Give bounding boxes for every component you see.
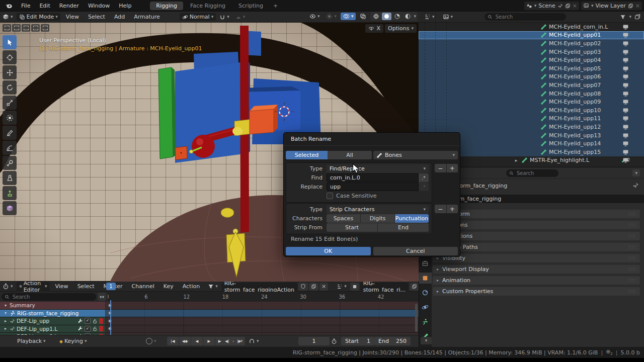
keyframe-band[interactable] — [105, 302, 419, 309]
linked-action-datablock[interactable]: RIG-storm_face_ri... — [360, 283, 409, 291]
auto-keying-toggle[interactable]: ▾ — [146, 337, 156, 345]
drag-grip-icon[interactable]: :::: — [628, 223, 636, 227]
modifier-wrench-icon[interactable] — [77, 326, 83, 331]
characters-option[interactable]: Spaces — [327, 214, 360, 223]
workspace-tab[interactable]: Scripting — [232, 2, 269, 10]
slot-selector[interactable]: ▾ — [334, 283, 349, 290]
monitor-visibility-icon[interactable] — [622, 124, 629, 130]
outliner-search[interactable] — [485, 13, 566, 21]
view-layer-selector[interactable]: ▾ View Layer × — [581, 2, 642, 10]
drag-grip-icon[interactable]: :::: — [628, 278, 636, 283]
keying-set-chevron[interactable]: ▾ — [240, 337, 243, 345]
transport-button[interactable]: ▶ — [203, 337, 215, 345]
properties-panel-header[interactable]: ▸ Custom Properties :::: — [433, 287, 640, 296]
fake-user-button[interactable] — [298, 283, 308, 291]
modifier-wrench-icon[interactable] — [77, 318, 83, 324]
outliner-row[interactable]: MCH-Eyelid_upp11 — [419, 115, 644, 123]
outliner-row[interactable]: MCH-Eyelid_upp07 — [419, 81, 644, 89]
dopesheet-menu[interactable]: Channel — [127, 282, 159, 291]
find-input[interactable] — [327, 174, 418, 181]
options-dropdown[interactable]: Options ▾ — [385, 24, 417, 33]
lock-icon[interactable] — [92, 326, 98, 331]
object-name-field[interactable]: RIG-storm_face_rigging — [433, 195, 644, 203]
editor-type-button[interactable]: ▾ — [0, 13, 16, 21]
channel-row[interactable]: ▾ Summary ✓ — [0, 302, 419, 310]
outliner-row[interactable]: MCH-Eyelid_upp06 — [419, 73, 644, 81]
monitor-visibility-icon[interactable] — [622, 90, 629, 97]
outliner-row[interactable]: MCH-Eyelid_upp01 — [419, 31, 644, 40]
monitor-visibility-icon[interactable] — [622, 57, 629, 63]
mode-selector[interactable]: Edit Mode ▾ — [17, 13, 60, 21]
loop-toggle[interactable]: ▾ — [249, 337, 259, 345]
use-preview-range-toggle[interactable] — [331, 337, 337, 345]
outliner-filter-image[interactable]: ▾ — [440, 13, 456, 21]
copy-action-button[interactable] — [309, 283, 318, 291]
add-operation-button[interactable]: + — [447, 205, 458, 213]
monitor-visibility-icon[interactable] — [622, 99, 629, 105]
pin-icon[interactable] — [10, 318, 15, 324]
scene-selector[interactable]: ▾ Scene × — [524, 2, 579, 10]
unlink-action-button[interactable]: × — [319, 283, 328, 291]
outliner-row[interactable]: MCH-Eyelid_upp10 — [419, 106, 644, 115]
operation-type-dropdown[interactable]: Find/Replace▾ — [327, 164, 429, 173]
monitor-visibility-icon[interactable] — [622, 24, 629, 30]
channel-search[interactable] — [2, 293, 96, 301]
topbar-menu[interactable]: Window — [84, 0, 114, 11]
select-mode-circle[interactable] — [22, 24, 30, 32]
outliner-row[interactable]: MCH-Eyelid_upp04 — [419, 56, 644, 64]
monitor-visibility-icon[interactable] — [622, 73, 629, 80]
outliner-row[interactable]: MCH-Eyelid_upp12 — [419, 123, 644, 131]
remove-operation-button[interactable]: − — [435, 164, 446, 172]
properties-panel-header[interactable]: ▸ Collections :::: — [433, 232, 640, 240]
pin-icon[interactable] — [10, 326, 15, 331]
transform-tool[interactable] — [3, 111, 17, 125]
add-operation-button[interactable]: + — [447, 164, 458, 172]
operation-type-dropdown[interactable]: Strip Characters▾ — [327, 205, 429, 214]
properties-panel-header[interactable]: ▸ Transform :::: — [433, 210, 640, 218]
characters-option[interactable]: Digits — [361, 214, 394, 223]
proportional-editing-button[interactable]: ▾ — [233, 14, 248, 21]
find-field[interactable] — [327, 173, 419, 182]
outliner-row[interactable]: MCH-Eyelid_upp05 — [419, 64, 644, 73]
properties-options-chevron[interactable]: ▾ — [632, 169, 640, 176]
outliner-row[interactable]: MCH-Eyelid_upp08 — [419, 89, 644, 98]
shading-material-button[interactable] — [392, 13, 402, 20]
current-frame-field[interactable]: 1 — [298, 337, 330, 345]
physics-tab[interactable] — [419, 287, 432, 298]
channel-scrollbar[interactable] — [415, 304, 418, 332]
dopesheet-menu[interactable]: Action — [178, 282, 204, 291]
extrude-tool[interactable] — [3, 186, 17, 200]
copy-icon[interactable] — [565, 3, 571, 9]
monitor-visibility-icon[interactable] — [622, 140, 629, 147]
scope-all-button[interactable]: All — [328, 151, 372, 159]
add-workspace-button[interactable]: + — [269, 3, 282, 9]
monitor-visibility-icon[interactable] — [622, 32, 629, 38]
overlays-toggle[interactable]: ▾ — [341, 13, 356, 20]
drag-grip-icon[interactable]: :::: — [628, 245, 636, 249]
filter-funnel-icon[interactable] — [620, 14, 626, 20]
viewport-menu[interactable]: Add — [110, 12, 129, 22]
outliner-search-input[interactable] — [495, 14, 563, 20]
monitor-visibility-icon[interactable] — [622, 40, 629, 47]
ok-button[interactable]: OK — [286, 247, 371, 255]
drag-grip-icon[interactable]: :::: — [628, 212, 636, 216]
replace-input[interactable] — [327, 184, 418, 190]
workspace-tab[interactable]: Rigging — [150, 2, 183, 10]
scale-tool[interactable] — [3, 96, 17, 110]
properties-panel-header[interactable]: ▸ Animation :::: — [433, 276, 640, 285]
select-mode-tweak[interactable] — [3, 24, 11, 32]
frame-end-field[interactable]: End250 — [374, 337, 411, 345]
playback-menu[interactable]: Playback▾ — [17, 337, 46, 345]
regex-toggle[interactable]: .* — [419, 173, 429, 182]
chevron-down-icon[interactable]: ▾ — [629, 15, 631, 19]
characters-option[interactable]: Punctuation — [395, 214, 429, 223]
bone-envelope-tool[interactable] — [3, 171, 17, 185]
regex-toggle-disabled[interactable]: .* — [419, 183, 429, 191]
properties-panel-header[interactable]: ▸ Viewport Display :::: — [433, 265, 640, 274]
properties-panel-header[interactable]: ▸ Relations :::: — [433, 221, 640, 229]
mirror-x-toggle[interactable]: X — [365, 24, 383, 33]
properties-panel-header[interactable]: ▸ Motion Paths :::: — [433, 243, 640, 251]
transport-button[interactable]: ◀ — [191, 337, 203, 345]
outliner-row[interactable]: MCH-Eyelid_upp09 — [419, 98, 644, 106]
jog-button[interactable]: |▶ — [233, 337, 245, 345]
